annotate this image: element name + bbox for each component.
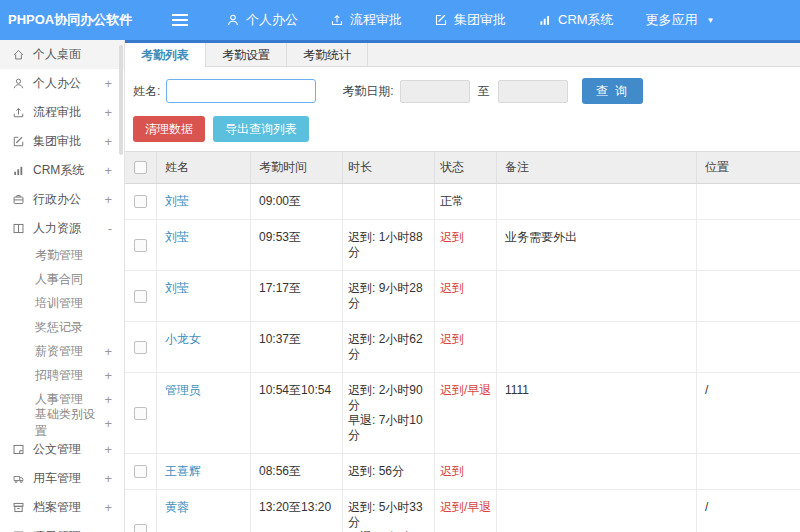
sidebar-subitem-training-management[interactable]: 培训管理 (0, 291, 124, 315)
sidebar-subitem-base-category-settings[interactable]: 基础类别设置 + (0, 411, 124, 435)
nav-label: 集团审批 (454, 11, 506, 29)
expand-indicator: + (104, 344, 112, 359)
home-icon (12, 48, 25, 61)
sidebar-item-label: 人力资源 (33, 220, 81, 237)
sidebar-subitem-hr-contract[interactable]: 人事合同 (0, 267, 124, 291)
car-icon (12, 472, 25, 485)
attendance-time: 10:54至10:54 (251, 373, 343, 453)
location-cell: / (697, 373, 800, 453)
tab-bar: 考勤列表 考勤设置 考勤统计 (125, 40, 800, 67)
note-cell (497, 454, 697, 489)
nav-workflow-approval[interactable]: 流程审批 (314, 0, 418, 40)
sidebar-item-group-approval[interactable]: 集团审批 + (0, 127, 124, 156)
date-to-label: 至 (478, 83, 490, 100)
sidebar-item-human-resources[interactable]: 人力资源 - (0, 214, 124, 243)
employee-name-link[interactable]: 王喜辉 (165, 464, 201, 478)
expand-indicator: + (104, 134, 112, 149)
sidebar-item-label: CRM系统 (33, 162, 84, 179)
workflow-icon (330, 13, 344, 27)
sidebar-item-label: 用车管理 (33, 470, 81, 487)
expand-indicator: + (104, 392, 112, 407)
sidebar-item-personal-desktop[interactable]: 个人桌面 (0, 40, 124, 69)
row-checkbox[interactable] (134, 407, 147, 420)
sidebar-subitem-label: 人事管理 (35, 391, 83, 408)
sidebar-subitem-label: 人事合同 (35, 271, 83, 288)
date-from-input[interactable] (400, 80, 470, 103)
sidebar-item-vehicle-management[interactable]: 用车管理 + (0, 464, 124, 493)
sidebar-item-project-management[interactable]: 项目管理 + (0, 522, 124, 532)
nav-more-apps[interactable]: 更多应用 ▼ (630, 0, 731, 40)
table-row: 刘莹 09:53至 迟到: 1小时88分 迟到 业务需要外出 (125, 220, 800, 271)
sidebar-subitem-attendance-management[interactable]: 考勤管理 (0, 243, 124, 267)
book-icon (12, 222, 25, 235)
sidebar-item-workflow-approval[interactable]: 流程审批 + (0, 98, 124, 127)
table-row: 王喜辉 08:56至 迟到: 56分 迟到 (125, 454, 800, 490)
sidebar-subitem-salary-management[interactable]: 薪资管理 + (0, 339, 124, 363)
duration-late: 迟到: 2小时62分 (348, 332, 432, 362)
nav-label: 个人办公 (246, 11, 298, 29)
nav-personal-office[interactable]: 个人办公 (210, 0, 314, 40)
sidebar-subitem-recruitment-management[interactable]: 招聘管理 + (0, 363, 124, 387)
duration-late: 迟到: 9小时28分 (348, 281, 432, 311)
employee-name-link[interactable]: 小龙女 (165, 332, 201, 346)
employee-name-link[interactable]: 刘莹 (165, 281, 189, 295)
note-cell (497, 490, 697, 532)
expand-indicator: + (104, 192, 112, 207)
attendance-table: 姓名 考勤时间 时长 状态 备注 位置 刘莹 09:00至 正常 刘莹 09:5… (125, 151, 800, 532)
employee-name-link[interactable]: 黄蓉 (165, 500, 189, 514)
user-icon (12, 77, 25, 90)
status-label: 迟到 (435, 322, 497, 372)
table-row: 管理员 10:54至10:54 迟到: 2小时90分早退: 7小时10分 迟到/… (125, 373, 800, 454)
filter-bar: 姓名: 考勤日期: 至 查 询 (125, 67, 800, 113)
edit-icon (12, 135, 25, 148)
row-checkbox[interactable] (134, 290, 147, 303)
clean-data-button[interactable]: 清理数据 (133, 116, 205, 142)
row-checkbox[interactable] (134, 239, 147, 252)
expand-indicator: + (104, 163, 112, 178)
sidebar-item-label: 公文管理 (33, 441, 81, 458)
sidebar-item-crm-system[interactable]: CRM系统 + (0, 156, 124, 185)
sidebar-scrollbar[interactable] (119, 45, 123, 155)
row-checkbox[interactable] (134, 195, 147, 208)
row-checkbox[interactable] (134, 341, 147, 354)
name-filter-label: 姓名: (133, 83, 160, 100)
nav-label: CRM系统 (558, 11, 614, 29)
nav-crm-system[interactable]: CRM系统 (522, 0, 630, 40)
sidebar-subitem-label: 奖惩记录 (35, 319, 83, 336)
sidebar-item-archive-management[interactable]: 档案管理 + (0, 493, 124, 522)
date-to-input[interactable] (498, 80, 568, 103)
app-logo[interactable]: PHPOA协同办公软件 (0, 11, 128, 29)
note-cell (497, 322, 697, 372)
employee-name-link[interactable]: 刘莹 (165, 194, 189, 208)
expand-indicator: + (104, 105, 112, 120)
location-cell: / (697, 490, 800, 532)
sidebar-item-admin-office[interactable]: 行政办公 + (0, 185, 124, 214)
search-button[interactable]: 查 询 (582, 78, 643, 104)
sidebar-item-personal-office[interactable]: 个人办公 + (0, 69, 124, 98)
name-filter-input[interactable] (166, 79, 316, 103)
bar-chart-icon (538, 13, 552, 27)
select-all-checkbox[interactable] (134, 161, 147, 174)
tab-attendance-statistics[interactable]: 考勤统计 (287, 43, 368, 66)
row-checkbox[interactable] (134, 524, 147, 532)
attendance-time: 13:20至13:20 (251, 490, 343, 532)
expand-indicator: + (104, 471, 112, 486)
row-checkbox[interactable] (134, 465, 147, 478)
export-list-button[interactable]: 导出查询列表 (213, 116, 309, 142)
status-label: 迟到/早退 (435, 490, 497, 532)
status-label: 正常 (435, 184, 497, 219)
tab-attendance-list[interactable]: 考勤列表 (125, 43, 206, 67)
sidebar-subitem-label: 基础类别设置 (35, 406, 104, 440)
note-cell (497, 271, 697, 321)
sidebar-subitem-reward-punishment[interactable]: 奖惩记录 (0, 315, 124, 339)
tab-attendance-settings[interactable]: 考勤设置 (206, 43, 287, 66)
employee-name-link[interactable]: 管理员 (165, 383, 201, 397)
status-label: 迟到 (435, 220, 497, 270)
menu-toggle-icon[interactable] (172, 14, 188, 26)
expand-indicator: + (104, 442, 112, 457)
sidebar-item-label: 行政办公 (33, 191, 81, 208)
status-label: 迟到 (435, 271, 497, 321)
employee-name-link[interactable]: 刘莹 (165, 230, 189, 244)
attendance-time: 10:37至 (251, 322, 343, 372)
nav-group-approval[interactable]: 集团审批 (418, 0, 522, 40)
